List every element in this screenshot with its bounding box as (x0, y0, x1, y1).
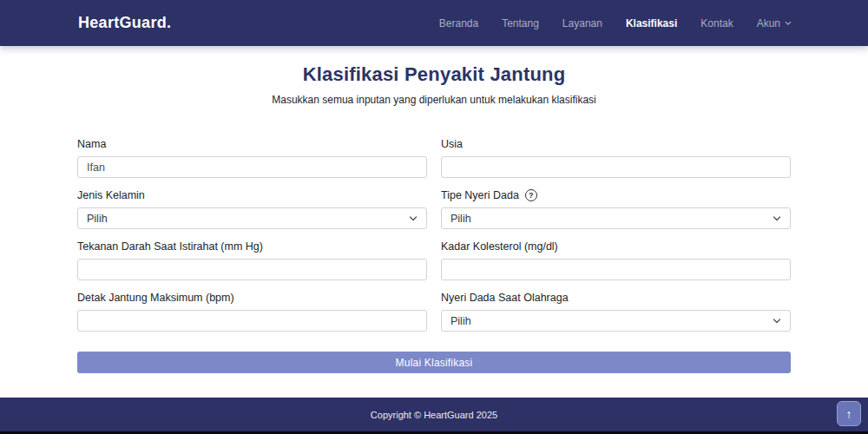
logo-text: HeartGuard. (78, 14, 171, 31)
header: HeartGuard. Beranda Tentang Layanan Klas… (0, 0, 868, 46)
arrow-up-icon: ↑ (846, 407, 852, 421)
field-label: Detak Jantung Maksimum (bpm) (77, 292, 234, 304)
nav-item-layanan[interactable]: Layanan (562, 17, 602, 30)
nav-label: Klasifikasi (626, 17, 677, 30)
field-label: Nama (77, 138, 106, 150)
chevron-down-icon (773, 317, 781, 326)
field-jenis-kelamin: Jenis Kelamin Pilih (77, 189, 427, 229)
nav-label: Layanan (562, 17, 602, 30)
field-label: Tekanan Darah Saat Istirahat (mm Hg) (77, 240, 263, 253)
field-label: Tipe Nyeri Dada (441, 189, 519, 201)
field-nyeri-dada-olahraga: Nyeri Dada Saat Olahraga Pilih (441, 292, 791, 332)
logo[interactable]: HeartGuard. (78, 14, 171, 32)
usia-input[interactable] (441, 156, 791, 178)
chevron-down-icon (409, 214, 418, 223)
main-content: Klasifikasi Penyakit Jantung Masukkan se… (0, 46, 868, 373)
nav-item-beranda[interactable]: Beranda (439, 17, 478, 30)
select-value: Pilih (450, 315, 471, 327)
nav-label: Beranda (439, 17, 478, 30)
select-value: Pilih (450, 213, 471, 225)
field-kadar-kolesterol: Kadar Kolesterol (mg/dl) (441, 240, 791, 280)
copyright-text: Copyright © HeartGuard 2025 (371, 410, 497, 420)
classification-form: Nama Usia Jenis Kelamin Pilih (77, 138, 791, 373)
field-label: Jenis Kelamin (77, 189, 145, 201)
kadar-kolesterol-input[interactable] (441, 259, 791, 280)
field-usia: Usia (441, 138, 791, 178)
field-label: Nyeri Dada Saat Olahraga (441, 292, 569, 304)
tipe-nyeri-dada-select[interactable]: Pilih (441, 207, 791, 229)
chevron-down-icon (785, 20, 792, 27)
chevron-down-icon (773, 214, 781, 223)
field-detak-jantung: Detak Jantung Maksimum (bpm) (77, 292, 427, 332)
nav-item-klasifikasi[interactable]: Klasifikasi (626, 17, 677, 30)
nav-label: Kontak (700, 17, 733, 30)
nav-label: Tentang (502, 17, 539, 30)
jenis-kelamin-select[interactable]: Pilih (77, 207, 427, 229)
field-nama: Nama (77, 138, 427, 178)
footer: Copyright © HeartGuard 2025 (0, 398, 868, 431)
nav-item-tentang[interactable]: Tentang (502, 17, 539, 30)
nyeri-dada-olahraga-select[interactable]: Pilih (441, 310, 791, 332)
page-title: Klasifikasi Penyakit Jantung (0, 63, 868, 86)
main-nav: Beranda Tentang Layanan Klasifikasi Kont… (439, 17, 792, 30)
select-value: Pilih (87, 213, 108, 225)
field-label: Kadar Kolesterol (mg/dl) (441, 240, 558, 253)
submit-button[interactable]: Mulai Klasifikasi (77, 352, 791, 373)
nama-input[interactable] (77, 156, 427, 178)
nav-label: Akun (757, 17, 780, 30)
nav-item-kontak[interactable]: Kontak (700, 17, 733, 30)
page-subtitle: Masukkan semua inputan yang diperlukan u… (0, 94, 868, 106)
tekanan-darah-input[interactable] (77, 259, 427, 280)
field-tekanan-darah: Tekanan Darah Saat Istirahat (mm Hg) (77, 240, 427, 280)
field-tipe-nyeri-dada: Tipe Nyeri Dada ? Pilih (441, 189, 791, 229)
nav-item-akun[interactable]: Akun (757, 17, 792, 30)
detak-jantung-input[interactable] (77, 310, 427, 332)
scroll-to-top-button[interactable]: ↑ (837, 401, 861, 426)
field-label: Usia (441, 138, 463, 150)
help-icon[interactable]: ? (525, 189, 537, 201)
